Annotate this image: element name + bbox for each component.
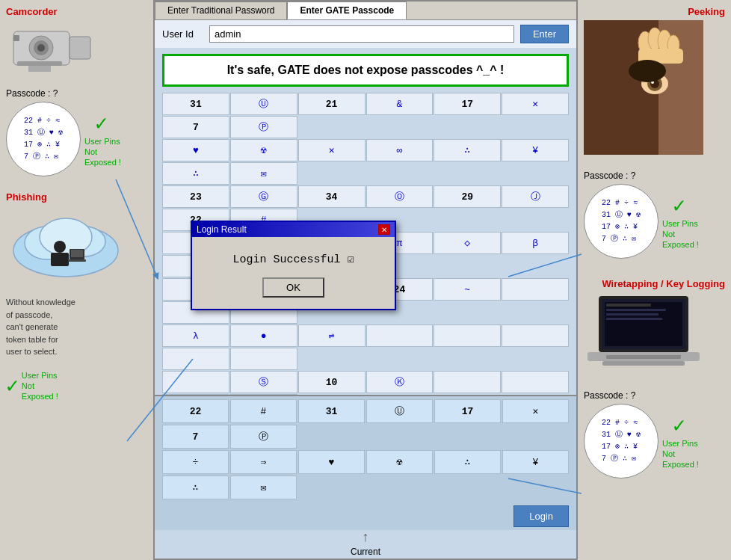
main-container: Camcorder Passcode : ? 22 # ÷ (0, 0, 731, 560)
login-success-text: Login Successful ☑ (207, 252, 380, 266)
dialog-content: Login Successful ☑ OK (192, 237, 395, 309)
dialog-titlebar: Login Result ✕ (192, 222, 395, 237)
ok-button[interactable]: OK (262, 277, 324, 298)
login-dialog: Login Result ✕ Login Successful ☑ OK (191, 221, 396, 310)
dialog-title: Login Result (197, 224, 247, 235)
dialog-close-button[interactable]: ✕ (378, 224, 390, 235)
dialog-overlay: Login Result ✕ Login Successful ☑ OK (0, 0, 731, 560)
